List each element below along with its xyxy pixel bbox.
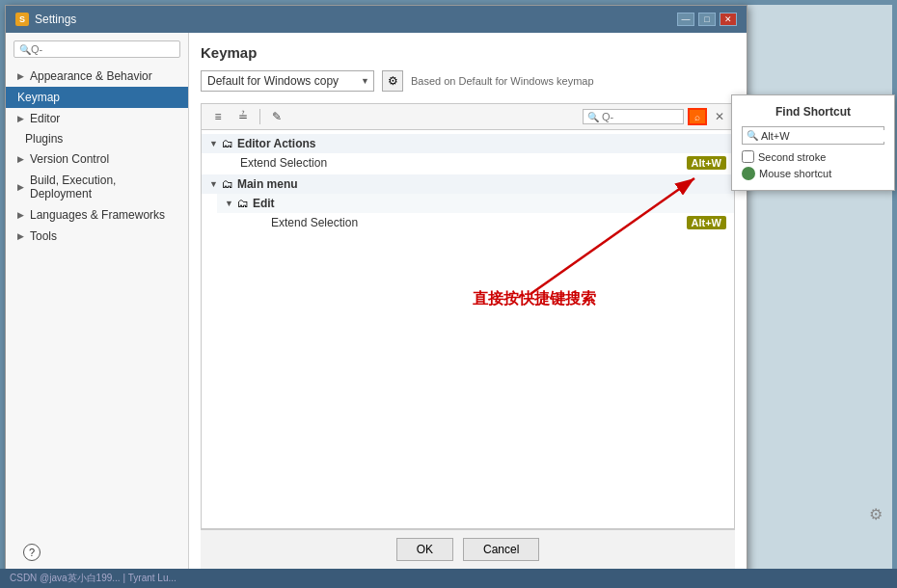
sidebar-label-build: Build, Execution, Deployment xyxy=(30,174,177,200)
second-stroke-checkbox[interactable] xyxy=(742,150,754,163)
folder-icon-2: 🗂 xyxy=(222,177,233,191)
sidebar-item-languages[interactable]: ▶ Languages & Frameworks xyxy=(6,204,188,226)
tree-sub-header-edit[interactable]: ▼ 🗂 Edit xyxy=(217,194,734,213)
main-menu-label: Main menu xyxy=(237,177,298,191)
gear-icon[interactable]: ⚙ xyxy=(869,505,883,523)
sidebar-search-box[interactable]: 🔍 xyxy=(14,40,180,58)
shortcut-badge-1: Alt+W xyxy=(687,156,726,170)
cancel-button[interactable]: Cancel xyxy=(463,538,539,561)
folder-icon-3: 🗂 xyxy=(237,197,249,210)
keymap-dropdown[interactable]: Default for Windows copy xyxy=(201,70,374,92)
keymap-settings-button[interactable]: ⚙ xyxy=(382,70,403,92)
ok-button[interactable]: OK xyxy=(396,538,453,561)
settings-window: S Settings — □ ✕ 🔍 ▶ Appearance & Behavi… xyxy=(5,5,748,581)
expand-all-button[interactable]: ≡ xyxy=(207,107,229,126)
mouse-shortcut-label: Mouse shortcut xyxy=(759,168,831,179)
toolbar-separator xyxy=(259,109,260,124)
sidebar: 🔍 ▶ Appearance & Behavior Keymap ▶ Edito… xyxy=(6,33,189,580)
sidebar-label-languages: Languages & Frameworks xyxy=(30,208,165,222)
tree-section-editor-actions-header[interactable]: ▼ 🗂 Editor Actions xyxy=(202,134,734,153)
sidebar-item-build[interactable]: ▶ Build, Execution, Deployment xyxy=(6,170,188,204)
taskbar: CSDN @java英小白199... | Tyrant Lu... xyxy=(0,569,897,588)
shortcut-badge-2: Alt+W xyxy=(687,216,726,229)
sidebar-label-version-control: Version Control xyxy=(30,152,109,166)
keymap-tree: ▼ 🗂 Editor Actions Extend Selection Alt+… xyxy=(201,129,735,529)
sidebar-search-input[interactable] xyxy=(31,43,175,55)
main-content: Keymap Default for Windows copy ▼ ⚙ Base… xyxy=(189,33,747,580)
sidebar-search-icon: 🔍 xyxy=(19,44,31,55)
chevron-right-icon-2: ▶ xyxy=(17,114,24,123)
chevron-right-icon: ▶ xyxy=(17,71,24,81)
folder-icon: 🗂 xyxy=(222,137,233,150)
find-search-icon: 🔍 xyxy=(747,130,758,141)
sidebar-label-appearance: Appearance & Behavior xyxy=(30,69,152,83)
toolbar-search-input[interactable] xyxy=(602,111,679,122)
sidebar-label-tools: Tools xyxy=(30,229,57,243)
sidebar-item-version-control[interactable]: ▶ Version Control xyxy=(6,148,188,170)
chevron-right-icon-5: ▶ xyxy=(17,210,24,220)
search-shortcut-icon: ⌕ xyxy=(694,112,700,122)
title-bar-controls: — □ ✕ xyxy=(677,13,737,26)
toolbar-search-box: 🔍 xyxy=(583,109,684,124)
find-shortcut-input[interactable] xyxy=(761,130,894,142)
tree-expand-icon-3: ▼ xyxy=(225,199,233,208)
chevron-right-icon-3: ▶ xyxy=(17,154,24,164)
second-stroke-label: Second stroke xyxy=(758,151,826,163)
tree-item-extend-selection-2[interactable]: Extend Selection Alt+W xyxy=(217,213,734,232)
taskbar-label: CSDN @java英小白199... | Tyrant Lu... xyxy=(10,572,177,585)
help-button[interactable]: ? xyxy=(23,544,41,561)
second-stroke-row: Second stroke xyxy=(742,150,884,163)
edit-button[interactable]: ✎ xyxy=(266,107,287,126)
title-bar: S Settings — □ ✕ xyxy=(6,6,747,33)
mouse-shortcut-row: Mouse shortcut xyxy=(742,167,884,180)
right-panel: ⚙ xyxy=(748,5,892,581)
keymap-toolbar: ≡ ≟ ✎ 🔍 ⌕ ✕ xyxy=(201,103,735,129)
editor-actions-label: Editor Actions xyxy=(237,137,316,150)
keymap-selector-row: Default for Windows copy ▼ ⚙ Based on De… xyxy=(201,70,735,92)
close-window-button[interactable]: ✕ xyxy=(720,13,737,26)
window-body: 🔍 ▶ Appearance & Behavior Keymap ▶ Edito… xyxy=(6,33,747,580)
tree-expand-icon: ▼ xyxy=(209,139,218,148)
find-shortcut-title: Find Shortcut xyxy=(742,105,884,119)
keymap-dropdown-wrapper: Default for Windows copy ▼ xyxy=(201,70,374,92)
sidebar-item-editor[interactable]: ▶ Editor xyxy=(6,108,188,129)
tree-section-main-menu-header[interactable]: ▼ 🗂 Main menu xyxy=(202,174,734,194)
sidebar-item-keymap[interactable]: Keymap xyxy=(6,87,188,108)
sidebar-label-keymap: Keymap xyxy=(17,91,60,104)
chevron-right-icon-6: ▶ xyxy=(17,231,24,241)
sidebar-item-tools[interactable]: ▶ Tools xyxy=(6,226,188,247)
mouse-shortcut-icon xyxy=(742,167,755,180)
minimize-button[interactable]: — xyxy=(677,13,694,26)
sidebar-item-plugins[interactable]: Plugins xyxy=(6,129,188,148)
toolbar-close-button[interactable]: ✕ xyxy=(711,108,728,125)
bottom-bar: OK Cancel xyxy=(201,529,735,569)
sidebar-item-appearance[interactable]: ▶ Appearance & Behavior xyxy=(6,66,188,87)
settings-icon: S xyxy=(15,13,29,26)
collapse-all-button[interactable]: ≟ xyxy=(232,107,254,126)
extend-selection-label-1: Extend Selection xyxy=(240,156,687,170)
tree-item-extend-selection-1[interactable]: Extend Selection Alt+W xyxy=(202,153,734,173)
maximize-button[interactable]: □ xyxy=(698,13,716,26)
chevron-right-icon-4: ▶ xyxy=(17,182,24,192)
sidebar-label-plugins: Plugins xyxy=(25,132,63,146)
sidebar-label-editor: Editor xyxy=(30,112,60,125)
toolbar-search-icon: 🔍 xyxy=(587,112,599,122)
tree-expand-icon-2: ▼ xyxy=(209,179,218,189)
tree-sub-section-edit: ▼ 🗂 Edit Extend Selection Alt+W xyxy=(217,194,734,232)
find-shortcut-input-row: 🔍 ✕ xyxy=(742,126,884,145)
find-shortcut-popup: Find Shortcut 🔍 ✕ Second stroke Mouse sh… xyxy=(731,94,895,191)
edit-label: Edit xyxy=(253,197,275,210)
search-shortcut-button[interactable]: ⌕ xyxy=(688,108,707,125)
tree-section-editor-actions: ▼ 🗂 Editor Actions Extend Selection Alt+… xyxy=(202,134,734,173)
window-title: Settings xyxy=(35,13,76,26)
tree-section-main-menu: ▼ 🗂 Main menu ▼ 🗂 Edit Extend Selection … xyxy=(202,174,734,232)
keymap-title: Keymap xyxy=(201,44,735,61)
toolbar-close-icon: ✕ xyxy=(715,110,724,123)
title-bar-left: S Settings xyxy=(15,13,76,26)
based-on-label: Based on Default for Windows keymap xyxy=(411,75,594,87)
extend-selection-label-2: Extend Selection xyxy=(271,216,687,229)
